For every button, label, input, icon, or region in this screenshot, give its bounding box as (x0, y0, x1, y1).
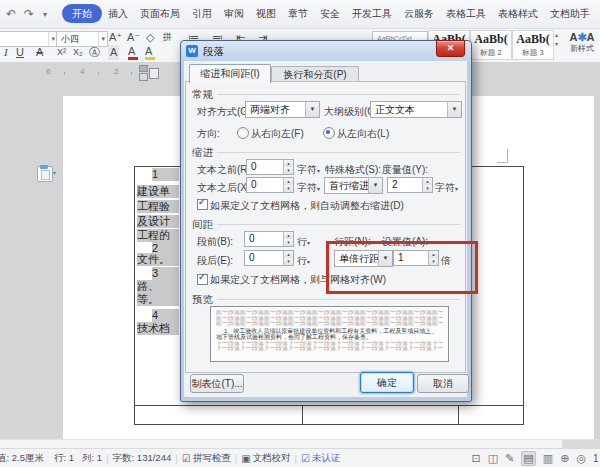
tab-page-layout[interactable]: 页面布局 (134, 0, 186, 28)
doc-text-line[interactable]: 等。 (137, 293, 179, 306)
dialog-titlebar[interactable]: W 段落 ✕ (181, 41, 471, 61)
strikethrough-icon[interactable]: A (36, 45, 43, 60)
paste-options-icon[interactable] (37, 166, 53, 182)
redo-icon[interactable]: ↷ (24, 7, 34, 21)
doc-text-line[interactable]: 文件。 (137, 253, 179, 266)
increase-font-icon[interactable]: A⁺ (109, 30, 122, 45)
spin-down-icon[interactable]: ▾ (422, 185, 432, 192)
left-indent-marker[interactable] (139, 73, 148, 81)
indent-before-unit[interactable]: 字符▾ (297, 163, 320, 177)
proofread-toggle[interactable]: 文档校对 (253, 452, 291, 465)
radio-left-to-right[interactable] (323, 127, 335, 139)
underline-icon[interactable]: U (16, 45, 24, 60)
char-shading-icon[interactable]: A (108, 45, 119, 60)
font-name-select[interactable]: ▾ (0, 31, 58, 47)
auto-adjust-right-indent-checkbox[interactable]: ✓ (197, 199, 208, 210)
space-before-input[interactable]: 0 ▴ ▾ (244, 231, 294, 247)
doc-text-line[interactable]: 3 (152, 267, 179, 280)
undo-icon[interactable]: ↶ (6, 7, 16, 21)
doc-text-line[interactable]: 路、 (137, 280, 179, 293)
doc-text-line[interactable]: 技术档 (137, 322, 179, 335)
doc-text-line[interactable]: 4 (152, 309, 179, 322)
highlight-color-icon[interactable]: A (145, 44, 155, 60)
indent-after-input[interactable]: 0 ▴ ▾ (246, 177, 294, 193)
ltr-label: 从左向右(L) (337, 127, 389, 141)
chevron-down-icon: ▾ (317, 186, 320, 192)
measure-input[interactable]: 2 ▴ ▾ (387, 177, 433, 193)
cancel-button[interactable]: 取消 (417, 374, 469, 393)
tab-view[interactable]: 视图 (250, 0, 282, 28)
tab-cloud[interactable]: 云服务 (398, 0, 440, 28)
pinyin-guide-icon[interactable]: 拼 (163, 30, 172, 45)
doc-text-line[interactable]: 1 (152, 168, 179, 181)
word-count[interactable]: 字数: 131/244 (113, 452, 172, 465)
space-after-input[interactable]: 0 ▴ ▾ (244, 250, 294, 266)
char-border-icon[interactable]: Ⓐ (89, 45, 100, 60)
style-gallery-item-heading2[interactable]: AaBb( 标题 2 (470, 30, 512, 60)
chevron-down-icon[interactable]: ▾ (53, 169, 56, 176)
tab-table-style[interactable]: 表格样式 (492, 0, 544, 28)
outline-level-select[interactable]: 正文文本 ▼ (370, 101, 462, 118)
table-cell-border (458, 405, 459, 424)
radio-right-to-left[interactable] (237, 127, 249, 139)
tab-section[interactable]: 章节 (282, 0, 314, 28)
paragraph-dialog: W 段落 ✕ 缩进和间距(I) 换行和分页(P) 常规 对齐方式(G): 两端对… (180, 40, 472, 402)
ok-button[interactable]: 确定 (360, 372, 414, 393)
tabs-button[interactable]: 制表位(T)... (190, 374, 244, 393)
special-format-select[interactable]: 首行缩进 ▼ (324, 177, 383, 194)
chevron-down-icon: ▾ (317, 168, 320, 174)
certify-link[interactable]: 未认证 (312, 452, 341, 465)
font-color-icon[interactable]: A (128, 44, 138, 60)
gallery-scroll-down-icon[interactable]: ▾ (555, 40, 558, 48)
divider (217, 152, 460, 153)
measure-unit[interactable]: 字符▾ (435, 181, 458, 195)
close-icon[interactable]: ✕ (436, 40, 465, 57)
spin-down-icon[interactable]: ▾ (283, 239, 293, 246)
space-before-unit[interactable]: 行▾ (297, 235, 310, 249)
space-before-label: 段前(B): (197, 235, 233, 249)
subscript-icon[interactable]: X₂ (73, 45, 83, 60)
alignment-select[interactable]: 两端对齐 ▼ (245, 101, 320, 118)
clear-format-icon[interactable]: ◇ (146, 30, 154, 45)
tab-table-tools[interactable]: 表格工具 (440, 0, 492, 28)
spin-down-icon[interactable]: ▾ (283, 167, 293, 174)
spin-down-icon[interactable]: ▾ (283, 258, 293, 265)
style-gallery-item-heading3[interactable]: AaBb( 标题 3 (512, 30, 554, 60)
indent-after-unit[interactable]: 字符▾ (297, 181, 320, 195)
gallery-scroll-up-icon[interactable]: ▴ (555, 31, 558, 39)
customize-toolbar-icon[interactable]: ▾ (43, 10, 47, 19)
new-style-button[interactable]: A✱A 新样式 (566, 31, 598, 54)
fullscreen-icon[interactable]: ⊡ (472, 452, 481, 465)
tab-review[interactable]: 审阅 (218, 0, 250, 28)
web-layout-icon[interactable]: ⊕ (560, 452, 569, 465)
divider (217, 224, 460, 225)
italic-icon[interactable]: I (4, 45, 8, 60)
doc-text-line[interactable]: 工程验 (137, 200, 179, 213)
doc-text-line[interactable]: 建设单 (137, 185, 179, 198)
ink-annotate-icon[interactable]: ✎ (505, 452, 514, 465)
tab-doc-assistant[interactable]: 文档助手 (544, 0, 596, 28)
spin-down-icon[interactable]: ▾ (283, 185, 293, 192)
preview-box: 前一段落前一段落前一段落前一段落前一段落前一段落前一段落前一段落前一段落前一段落… (210, 306, 449, 362)
tab-insert[interactable]: 插入 (102, 0, 134, 28)
eye-protect-icon[interactable]: ◎ (576, 452, 586, 465)
ribbon-tab-bar: ↶ ↷ ▾ 开始插入页面布局引用审阅视图章节安全开发工具云服务表格工具表格样式文… (0, 0, 600, 29)
outline-view-icon[interactable]: ▥ (543, 452, 553, 465)
indent-before-input[interactable]: 0 ▴ ▾ (246, 159, 294, 175)
tab-home[interactable]: 开始 (62, 4, 102, 23)
table-cell-border (302, 405, 303, 424)
tab-developer[interactable]: 开发工具 (346, 0, 398, 28)
spellcheck-toggle[interactable]: 拼写检查 (193, 452, 231, 465)
align-to-grid-checkbox[interactable]: ✓ (197, 274, 208, 285)
print-layout-icon[interactable]: ▤ (521, 451, 535, 466)
tab-security[interactable]: 安全 (314, 0, 346, 28)
two-page-view-icon[interactable]: ◫ (488, 452, 498, 465)
first-line-indent-marker[interactable] (139, 65, 148, 72)
tab-references[interactable]: 引用 (186, 0, 218, 28)
doc-text-line[interactable]: 工程的 (137, 229, 179, 242)
decrease-font-icon[interactable]: A⁻ (127, 30, 140, 45)
dialog-tab-indents-spacing[interactable]: 缩进和间距(I) (189, 64, 271, 83)
doc-text-line[interactable]: 及设计 (137, 215, 179, 228)
superscript-icon[interactable]: X² (57, 45, 66, 60)
space-after-unit[interactable]: 行▾ (297, 254, 310, 268)
